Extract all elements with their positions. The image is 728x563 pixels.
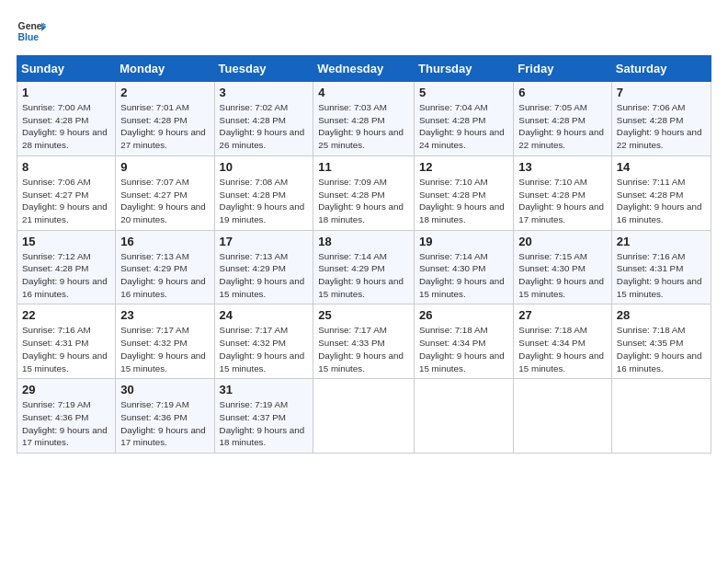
cell-3-4: 18Sunrise: 7:14 AM Sunset: 4:29 PM Dayli… [313, 230, 415, 304]
cell-info: Sunrise: 7:18 AM Sunset: 4:34 PM Dayligh… [419, 324, 508, 374]
cell-1-7: 7Sunrise: 7:06 AM Sunset: 4:28 PM Daylig… [611, 82, 711, 156]
svg-text:Blue: Blue [18, 32, 40, 42]
cell-day: 1 [22, 86, 110, 99]
cell-5-4 [313, 379, 415, 454]
cell-info: Sunrise: 7:02 AM Sunset: 4:28 PM Dayligh… [220, 101, 309, 152]
cell-day: 28 [617, 308, 706, 322]
cell-1-1: 1Sunrise: 7:00 AM Sunset: 4:28 PM Daylig… [17, 82, 116, 156]
cell-day: 21 [617, 235, 706, 248]
cell-day: 13 [518, 160, 607, 174]
cell-4-5: 26Sunrise: 7:18 AM Sunset: 4:34 PM Dayli… [415, 304, 514, 379]
cell-day: 17 [220, 235, 309, 248]
cell-3-6: 20Sunrise: 7:15 AM Sunset: 4:30 PM Dayli… [514, 230, 612, 304]
cell-info: Sunrise: 7:17 AM Sunset: 4:33 PM Dayligh… [318, 324, 409, 374]
cell-5-5 [415, 379, 514, 454]
cell-3-5: 19Sunrise: 7:14 AM Sunset: 4:30 PM Dayli… [415, 230, 514, 304]
cell-info: Sunrise: 7:07 AM Sunset: 4:27 PM Dayligh… [120, 176, 209, 226]
cell-day: 18 [318, 235, 409, 248]
cell-info: Sunrise: 7:12 AM Sunset: 4:28 PM Dayligh… [22, 250, 110, 301]
cell-day: 2 [120, 86, 209, 99]
cell-4-3: 24Sunrise: 7:17 AM Sunset: 4:32 PM Dayli… [214, 304, 313, 379]
cell-info: Sunrise: 7:10 AM Sunset: 4:28 PM Dayligh… [419, 176, 508, 226]
cell-day: 5 [419, 86, 508, 99]
cell-day: 22 [22, 308, 110, 322]
cell-3-1: 15Sunrise: 7:12 AM Sunset: 4:28 PM Dayli… [17, 230, 116, 304]
col-header-saturday: Saturday [611, 56, 711, 82]
cell-info: Sunrise: 7:08 AM Sunset: 4:28 PM Dayligh… [220, 176, 309, 226]
cell-info: Sunrise: 7:19 AM Sunset: 4:37 PM Dayligh… [220, 398, 309, 449]
cell-info: Sunrise: 7:17 AM Sunset: 4:32 PM Dayligh… [220, 324, 309, 374]
cell-5-3: 31Sunrise: 7:19 AM Sunset: 4:37 PM Dayli… [214, 379, 313, 454]
cell-info: Sunrise: 7:19 AM Sunset: 4:36 PM Dayligh… [120, 398, 209, 449]
cell-info: Sunrise: 7:00 AM Sunset: 4:28 PM Dayligh… [22, 101, 110, 152]
cell-info: Sunrise: 7:18 AM Sunset: 4:34 PM Dayligh… [518, 324, 607, 374]
cell-day: 27 [518, 308, 607, 322]
logo: General Blue [17, 17, 46, 46]
col-header-tuesday: Tuesday [214, 56, 313, 82]
cell-day: 4 [318, 86, 409, 99]
logo-icon: General Blue [17, 17, 46, 46]
cell-4-2: 23Sunrise: 7:17 AM Sunset: 4:32 PM Dayli… [116, 304, 214, 379]
cell-day: 25 [318, 308, 409, 322]
page: General Blue SundayMondayTuesdayWednesda… [0, 0, 728, 563]
cell-info: Sunrise: 7:06 AM Sunset: 4:28 PM Dayligh… [617, 101, 706, 152]
cell-day: 7 [617, 86, 706, 99]
cell-day: 8 [22, 160, 110, 174]
cell-5-1: 29Sunrise: 7:19 AM Sunset: 4:36 PM Dayli… [17, 379, 116, 454]
cell-day: 14 [617, 160, 706, 174]
cell-2-1: 8Sunrise: 7:06 AM Sunset: 4:27 PM Daylig… [17, 155, 116, 230]
cell-info: Sunrise: 7:06 AM Sunset: 4:27 PM Dayligh… [22, 176, 110, 226]
cell-2-5: 12Sunrise: 7:10 AM Sunset: 4:28 PM Dayli… [415, 155, 514, 230]
cell-1-3: 3Sunrise: 7:02 AM Sunset: 4:28 PM Daylig… [214, 82, 313, 156]
cell-info: Sunrise: 7:10 AM Sunset: 4:28 PM Dayligh… [518, 176, 607, 226]
cell-2-3: 10Sunrise: 7:08 AM Sunset: 4:28 PM Dayli… [214, 155, 313, 230]
calendar-body: 1Sunrise: 7:00 AM Sunset: 4:28 PM Daylig… [17, 82, 711, 454]
cell-info: Sunrise: 7:04 AM Sunset: 4:28 PM Dayligh… [419, 101, 508, 152]
cell-info: Sunrise: 7:18 AM Sunset: 4:35 PM Dayligh… [617, 324, 706, 374]
cell-2-2: 9Sunrise: 7:07 AM Sunset: 4:27 PM Daylig… [116, 155, 214, 230]
cell-day: 16 [120, 235, 209, 248]
week-row-5: 29Sunrise: 7:19 AM Sunset: 4:36 PM Dayli… [17, 379, 711, 454]
cell-day: 30 [120, 383, 209, 396]
cell-day: 15 [22, 235, 110, 248]
cell-2-6: 13Sunrise: 7:10 AM Sunset: 4:28 PM Dayli… [514, 155, 612, 230]
col-header-thursday: Thursday [415, 56, 514, 82]
cell-day: 23 [120, 308, 209, 322]
week-row-4: 22Sunrise: 7:16 AM Sunset: 4:31 PM Dayli… [17, 304, 711, 379]
cell-5-2: 30Sunrise: 7:19 AM Sunset: 4:36 PM Dayli… [116, 379, 214, 454]
header-row: SundayMondayTuesdayWednesdayThursdayFrid… [17, 56, 711, 82]
cell-day: 29 [22, 383, 110, 396]
cell-info: Sunrise: 7:14 AM Sunset: 4:29 PM Dayligh… [318, 250, 409, 301]
cell-day: 26 [419, 308, 508, 322]
cell-day: 6 [518, 86, 607, 99]
cell-day: 20 [518, 235, 607, 248]
col-header-friday: Friday [514, 56, 612, 82]
cell-info: Sunrise: 7:13 AM Sunset: 4:29 PM Dayligh… [120, 250, 209, 301]
cell-4-6: 27Sunrise: 7:18 AM Sunset: 4:34 PM Dayli… [514, 304, 612, 379]
col-header-wednesday: Wednesday [313, 56, 415, 82]
col-header-monday: Monday [116, 56, 214, 82]
cell-4-1: 22Sunrise: 7:16 AM Sunset: 4:31 PM Dayli… [17, 304, 116, 379]
cell-info: Sunrise: 7:11 AM Sunset: 4:28 PM Dayligh… [617, 176, 706, 226]
week-row-3: 15Sunrise: 7:12 AM Sunset: 4:28 PM Dayli… [17, 230, 711, 304]
cell-day: 24 [220, 308, 309, 322]
cell-1-4: 4Sunrise: 7:03 AM Sunset: 4:28 PM Daylig… [313, 82, 415, 156]
cell-info: Sunrise: 7:17 AM Sunset: 4:32 PM Dayligh… [120, 324, 209, 374]
cell-day: 19 [419, 235, 508, 248]
cell-info: Sunrise: 7:16 AM Sunset: 4:31 PM Dayligh… [22, 324, 110, 374]
cell-day: 9 [120, 160, 209, 174]
week-row-2: 8Sunrise: 7:06 AM Sunset: 4:27 PM Daylig… [17, 155, 711, 230]
cell-day: 31 [220, 383, 309, 396]
cell-info: Sunrise: 7:01 AM Sunset: 4:28 PM Dayligh… [120, 101, 209, 152]
cell-3-7: 21Sunrise: 7:16 AM Sunset: 4:31 PM Dayli… [611, 230, 711, 304]
cell-2-4: 11Sunrise: 7:09 AM Sunset: 4:28 PM Dayli… [313, 155, 415, 230]
week-row-1: 1Sunrise: 7:00 AM Sunset: 4:28 PM Daylig… [17, 82, 711, 156]
cell-day: 12 [419, 160, 508, 174]
col-header-sunday: Sunday [17, 56, 116, 82]
cell-info: Sunrise: 7:14 AM Sunset: 4:30 PM Dayligh… [419, 250, 508, 301]
calendar-header: SundayMondayTuesdayWednesdayThursdayFrid… [17, 56, 711, 82]
cell-1-5: 5Sunrise: 7:04 AM Sunset: 4:28 PM Daylig… [415, 82, 514, 156]
cell-info: Sunrise: 7:13 AM Sunset: 4:29 PM Dayligh… [220, 250, 309, 301]
cell-info: Sunrise: 7:19 AM Sunset: 4:36 PM Dayligh… [22, 398, 110, 449]
cell-3-3: 17Sunrise: 7:13 AM Sunset: 4:29 PM Dayli… [214, 230, 313, 304]
